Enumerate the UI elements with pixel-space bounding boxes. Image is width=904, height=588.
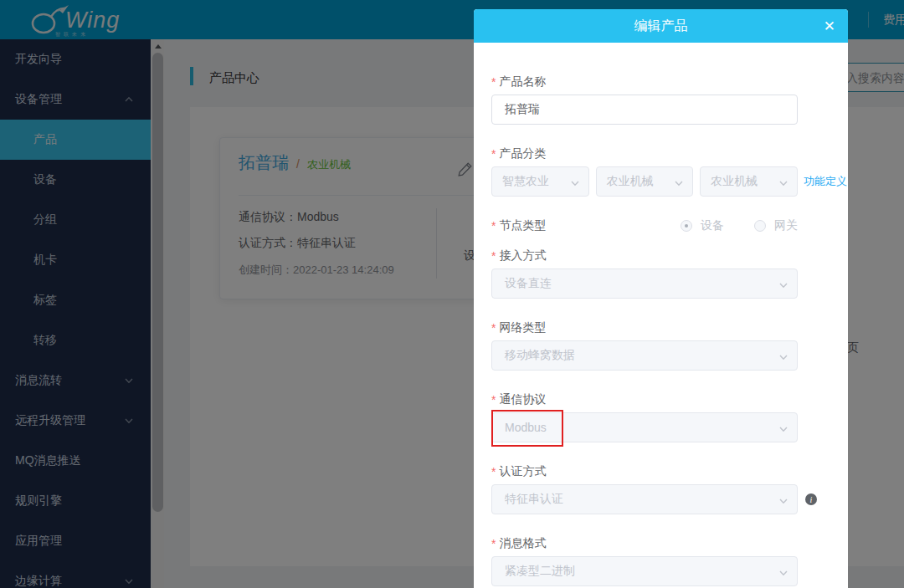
field-control-protocol: Modbus bbox=[491, 412, 798, 442]
select-value: 智慧农业 bbox=[502, 174, 549, 189]
field-control-auth-mode: 特征串认证i bbox=[491, 484, 798, 514]
field-label-product-category: *产品分类 bbox=[491, 146, 830, 161]
select-value: 移动蜂窝数据 bbox=[505, 348, 575, 363]
field-control-network-type: 移动蜂窝数据 bbox=[491, 340, 798, 371]
product-category-selects: 智慧农业农业机械农业机械 bbox=[491, 166, 798, 197]
protocol-select[interactable]: Modbus bbox=[491, 412, 798, 442]
field-label-access-mode: *接入方式 bbox=[491, 248, 830, 263]
field-control-product-category: 智慧农业农业机械农业机械功能定义 bbox=[491, 166, 798, 197]
chevron-down-icon bbox=[778, 351, 788, 365]
radio-unselected-icon[interactable] bbox=[754, 220, 766, 232]
app-root: Wing 智联未来 费用 开发向导设备管理产品设备分组机卡标签转移消息流转远程升… bbox=[0, 0, 904, 588]
required-asterisk: * bbox=[491, 147, 496, 161]
required-asterisk: * bbox=[491, 249, 496, 263]
required-asterisk: * bbox=[491, 393, 496, 406]
field-label-text: 产品名称 bbox=[499, 74, 546, 89]
info-icon[interactable]: i bbox=[805, 493, 817, 505]
field-node-type: *节点类型设备网关 bbox=[491, 217, 798, 233]
required-asterisk: * bbox=[491, 465, 496, 478]
field-label-message-format: *消息格式 bbox=[491, 535, 830, 551]
modal-title: 编辑产品 bbox=[634, 18, 688, 35]
auth-mode-select[interactable]: 特征串认证 bbox=[491, 484, 798, 514]
field-label-protocol: *通信协议 bbox=[491, 391, 830, 407]
select-value: 紧凑型二进制 bbox=[505, 564, 575, 579]
radio-option-网关[interactable]: 网关 bbox=[754, 218, 798, 233]
field-label-text: 网络类型 bbox=[499, 320, 546, 335]
field-access-mode: *接入方式设备直连 bbox=[491, 248, 830, 299]
field-control-product-name bbox=[491, 95, 798, 125]
select-value: Modbus bbox=[505, 421, 547, 434]
required-asterisk: * bbox=[491, 75, 496, 89]
network-type-select[interactable]: 移动蜂窝数据 bbox=[491, 340, 798, 371]
field-product-name: *产品名称 bbox=[491, 74, 830, 125]
required-asterisk: * bbox=[491, 321, 496, 335]
product-category-select-1[interactable]: 智慧农业 bbox=[491, 166, 589, 197]
modal-header: 编辑产品 ✕ bbox=[474, 9, 848, 43]
field-label-text: 节点类型 bbox=[499, 218, 546, 233]
select-value: 农业机械 bbox=[607, 174, 654, 189]
field-protocol: *通信协议Modbus bbox=[491, 391, 830, 442]
field-auth-mode: *认证方式特征串认证i bbox=[491, 463, 830, 514]
product-category-select-2[interactable]: 农业机械 bbox=[596, 166, 694, 197]
chevron-down-icon bbox=[778, 567, 788, 580]
field-product-category: *产品分类智慧农业农业机械农业机械功能定义 bbox=[491, 146, 830, 197]
close-icon[interactable]: ✕ bbox=[824, 19, 835, 33]
chevron-down-icon bbox=[778, 279, 788, 293]
radio-option-label: 设备 bbox=[701, 218, 724, 233]
radio-option-设备[interactable]: 设备 bbox=[681, 218, 724, 233]
product-category-select-3[interactable]: 农业机械 bbox=[700, 166, 798, 197]
required-asterisk: * bbox=[491, 219, 496, 233]
edit-product-modal: 编辑产品 ✕ *产品名称*产品分类智慧农业农业机械农业机械功能定义*节点类型设备… bbox=[474, 9, 848, 588]
radio-group-node-type: 设备网关 bbox=[681, 218, 798, 233]
field-label-network-type: *网络类型 bbox=[491, 320, 830, 335]
field-label-node-type: *节点类型 bbox=[491, 217, 546, 233]
field-label-text: 接入方式 bbox=[499, 248, 546, 263]
field-control-access-mode: 设备直连 bbox=[491, 268, 798, 299]
required-asterisk: * bbox=[491, 537, 496, 550]
field-label-auth-mode: *认证方式 bbox=[491, 463, 830, 479]
chevron-down-icon bbox=[778, 495, 788, 509]
chevron-down-icon bbox=[778, 423, 788, 437]
modal-form: *产品名称*产品分类智慧农业农业机械农业机械功能定义*节点类型设备网关*接入方式… bbox=[474, 43, 848, 586]
radio-selected-icon[interactable] bbox=[681, 220, 692, 232]
product-name-input[interactable] bbox=[491, 95, 798, 125]
select-value: 农业机械 bbox=[711, 174, 758, 189]
radio-option-label: 网关 bbox=[774, 218, 798, 233]
access-mode-select[interactable]: 设备直连 bbox=[491, 268, 798, 299]
field-label-text: 产品分类 bbox=[499, 146, 546, 161]
chevron-down-icon bbox=[570, 177, 580, 191]
field-label-product-name: *产品名称 bbox=[491, 74, 830, 89]
function-definition-link[interactable]: 功能定义 bbox=[804, 166, 847, 197]
field-label-text: 消息格式 bbox=[499, 536, 546, 551]
field-label-text: 通信协议 bbox=[499, 392, 546, 407]
chevron-down-icon bbox=[674, 177, 684, 191]
field-network-type: *网络类型移动蜂窝数据 bbox=[491, 320, 830, 371]
message-format-select[interactable]: 紧凑型二进制 bbox=[491, 556, 798, 586]
field-label-text: 认证方式 bbox=[499, 464, 546, 479]
select-value: 设备直连 bbox=[505, 276, 552, 291]
select-value: 特征串认证 bbox=[505, 492, 563, 507]
chevron-down-icon bbox=[778, 177, 788, 191]
field-message-format: *消息格式紧凑型二进制 bbox=[491, 535, 830, 586]
field-control-message-format: 紧凑型二进制 bbox=[491, 556, 798, 586]
